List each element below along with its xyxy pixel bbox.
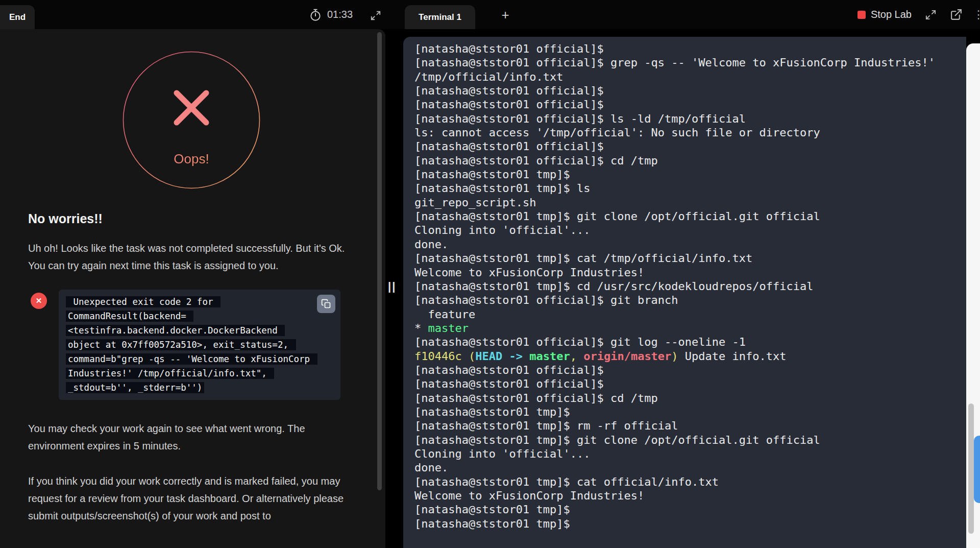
failure-x-icon — [177, 93, 206, 123]
timer-value: 01:33 — [327, 9, 353, 20]
copy-icon — [321, 299, 331, 309]
left-panel-scrollbar[interactable] — [377, 32, 382, 490]
panel-resize-handle[interactable]: || — [388, 280, 396, 293]
error-row: ✕ Unexpected exit code 2 for CommandResu… — [28, 290, 350, 400]
oops-status-circle: Oops! — [122, 51, 260, 189]
tab-end-label: End — [9, 12, 26, 22]
terminal-scrollbar[interactable] — [968, 403, 974, 534]
oops-label: Oops! — [122, 151, 260, 167]
open-external-icon[interactable] — [950, 8, 963, 21]
copy-error-button[interactable] — [317, 295, 335, 313]
new-terminal-tab-button[interactable]: + — [498, 7, 513, 22]
stop-lab-button[interactable]: Stop Lab — [857, 9, 912, 20]
error-output-lines: Unexpected exit code 2 for CommandResult… — [66, 295, 334, 395]
maximize-terminal-icon[interactable] — [925, 9, 937, 20]
error-x-badge: ✕ — [31, 293, 47, 309]
tab-terminal-1-label: Terminal 1 — [419, 12, 461, 22]
stop-lab-label: Stop Lab — [871, 9, 912, 20]
tab-end[interactable]: End — [0, 5, 35, 29]
right-edge-blue-handle[interactable] — [974, 436, 980, 503]
session-timer: 01:33 — [309, 0, 353, 29]
expand-left-panel-icon[interactable] — [369, 8, 383, 22]
terminal-output[interactable]: [natasha@ststor01 official]$[natasha@sts… — [403, 37, 966, 548]
more-menu-icon[interactable]: ⋮ — [976, 8, 980, 21]
gradient-circle — [122, 51, 260, 189]
result-message-check: You may check your work again to see wha… — [28, 420, 350, 455]
header-right-actions: Stop Lab ⋮ — [857, 0, 974, 29]
result-message-intro: Uh oh! Looks like the task was not compl… — [28, 240, 350, 274]
task-result-panel: Oops! No worries!! Uh oh! Looks like the… — [0, 29, 385, 548]
result-message-review: If you think you did your work correctly… — [28, 472, 350, 525]
error-output-box: Unexpected exit code 2 for CommandResult… — [59, 290, 340, 400]
plus-icon: + — [501, 7, 509, 23]
top-bar: End 01:33 Terminal 1 + Stop Lab — [0, 0, 980, 29]
result-heading: No worries!! — [28, 211, 350, 226]
x-icon: ✕ — [36, 296, 42, 305]
tab-terminal-1[interactable]: Terminal 1 — [405, 5, 475, 29]
stop-square-icon — [857, 11, 866, 19]
stopwatch-icon — [309, 8, 322, 21]
